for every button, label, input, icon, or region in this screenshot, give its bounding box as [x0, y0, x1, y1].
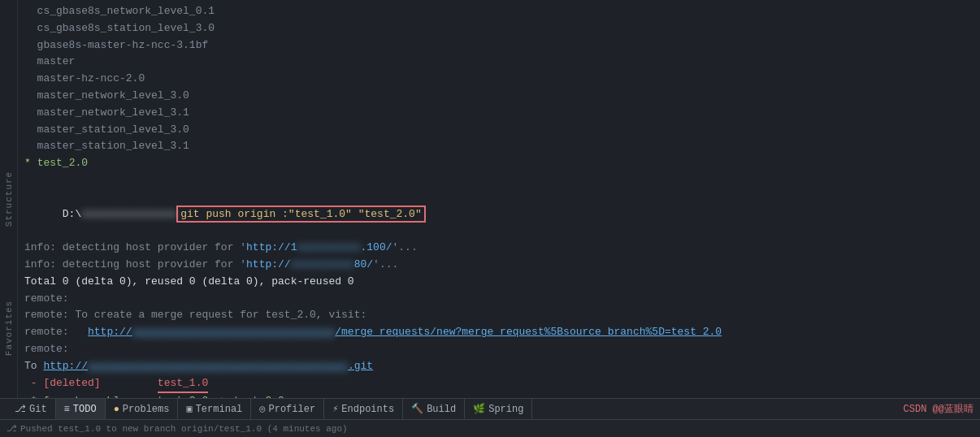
tab-todo-label: TODO — [73, 404, 97, 415]
tab-problems[interactable]: ● Problems — [106, 399, 179, 419]
tab-git-label: Git — [29, 404, 47, 415]
remote-merge-line: remote: To create a merge request for te… — [24, 307, 973, 324]
terminal-line: master_network_level_3.0 — [24, 88, 973, 105]
status-bar-right: CSDN @@蓝眼睛 — [904, 402, 973, 416]
tab-spring[interactable]: 🌿 Spring — [465, 399, 532, 419]
bottom-bar: ⎇ Pushed test_1.0 to new branch origin/t… — [0, 419, 980, 437]
deleted-line: - [deleted] test_1.0 — [24, 375, 973, 394]
terminal-icon: ▣ — [186, 403, 192, 415]
terminal-line: master_network_level_3.1 — [24, 105, 973, 122]
tab-terminal-label: Terminal — [196, 404, 243, 415]
endpoints-icon: ⚡ — [332, 403, 338, 415]
tab-spring-label: Spring — [488, 404, 523, 415]
spring-icon: 🌿 — [473, 403, 485, 415]
tab-problems-label: Problems — [123, 404, 170, 415]
to-git-line: To http://xxxxxxxxxxxxxxxxxxxxxxxxxxxxxx… — [24, 358, 973, 375]
bottom-message: Pushed test_1.0 to new branch origin/tes… — [20, 424, 348, 434]
main-area: Structure Favorites cs_gbase8s_network_l… — [0, 0, 980, 398]
terminal-line: master — [24, 54, 973, 71]
terminal-line: master_station_level_3.0 — [24, 122, 973, 139]
terminal-area: cs_gbase8s_network_level_0.1 cs_gbase8s_… — [18, 0, 980, 398]
tab-todo[interactable]: ≡ TODO — [56, 399, 106, 419]
todo-icon: ≡ — [64, 404, 70, 415]
total-line: Total 0 (delta 0), reused 0 (delta 0), p… — [24, 274, 973, 291]
tab-build-label: Build — [427, 404, 456, 415]
tab-build[interactable]: 🔨 Build — [403, 399, 465, 419]
command-line: D:\xxxxxxxxxxxxxxxgit push origin :"test… — [24, 189, 973, 240]
current-branch-line: * test_2.0 — [24, 155, 973, 172]
status-bar: ⎇ Git ≡ TODO ● Problems ▣ Terminal ◎ Pro… — [0, 398, 980, 419]
remote-url-line: remote: http://xxxxxxxxxxxxxxxxxxxxxxxxx… — [24, 324, 973, 341]
new-branch-line: * [new branch] test_2.0 -> test_2.0 — [24, 393, 973, 398]
tab-terminal[interactable]: ▣ Terminal — [178, 399, 251, 419]
terminal-line: cs_gbase8s_network_level_0.1 — [24, 3, 973, 20]
terminal-line: gbase8s-master-hz-ncc-3.1bf — [24, 37, 973, 54]
structure-label: Structure — [4, 171, 14, 227]
info-line-2: info: detecting host provider for 'http:… — [24, 257, 973, 274]
problems-icon: ● — [114, 404, 119, 415]
tab-profiler-label: Profiler — [269, 404, 316, 415]
info-line-1: info: detecting host provider for 'http:… — [24, 240, 973, 257]
git-status-icon: ⎇ — [7, 423, 17, 434]
tab-endpoints-label: Endpoints — [341, 404, 394, 415]
csdn-label: CSDN @@蓝眼睛 — [904, 402, 973, 416]
tab-profiler[interactable]: ◎ Profiler — [251, 399, 324, 419]
favorites-label: Favorites — [4, 301, 14, 356]
profiler-icon: ◎ — [259, 403, 265, 415]
terminal-line: master-hz-ncc-2.0 — [24, 71, 973, 88]
terminal-line: cs_gbase8s_station_level_3.0 — [24, 20, 973, 37]
remote-line-2: remote: — [24, 341, 973, 358]
terminal-line: master_station_level_3.1 — [24, 138, 973, 155]
build-icon: 🔨 — [411, 403, 423, 415]
tab-git[interactable]: ⎇ Git — [7, 399, 56, 419]
remote-line-1: remote: — [24, 291, 973, 308]
tab-endpoints[interactable]: ⚡ Endpoints — [324, 399, 403, 419]
empty-line — [24, 172, 973, 189]
left-sidebar: Structure Favorites — [0, 0, 18, 398]
git-icon: ⎇ — [15, 403, 26, 415]
